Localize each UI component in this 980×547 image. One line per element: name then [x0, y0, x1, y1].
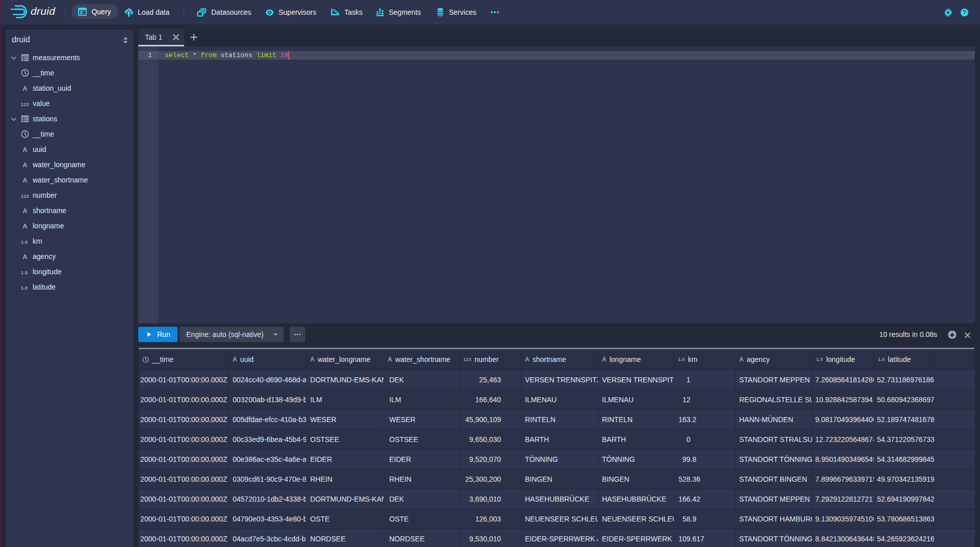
svg-text:?: ? [963, 9, 966, 15]
